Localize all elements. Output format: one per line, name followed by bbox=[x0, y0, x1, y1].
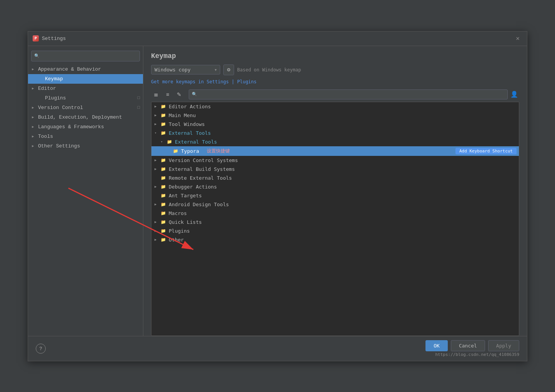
sidebar: 🔍 ▶ Appearance & Behavior Keymap ▶ Edito… bbox=[28, 46, 143, 336]
version-control-badge: □ bbox=[137, 105, 140, 110]
tree-item-quick-lists[interactable]: ▶ 📁 Quick Lists bbox=[151, 218, 519, 227]
cancel-button[interactable]: Cancel bbox=[451, 340, 485, 351]
chevron-right-icon: ▶ bbox=[32, 134, 37, 139]
sidebar-item-label: Version Control bbox=[38, 105, 83, 111]
chevron-right-icon: ▶ bbox=[155, 167, 160, 171]
tree-item-label: Main Menu bbox=[169, 112, 196, 118]
sidebar-item-other-settings[interactable]: ▶ Other Settings bbox=[28, 141, 143, 151]
tree-item-typora[interactable]: 📁 Typora 设置快捷键 Add Keyboard Shortcut bbox=[151, 146, 519, 156]
content-area: 🔍 ▶ Appearance & Behavior Keymap ▶ Edito… bbox=[28, 46, 527, 336]
add-keyboard-shortcut-button[interactable]: Add Keyboard Shortcut bbox=[455, 148, 517, 154]
chevron-right-icon: ▶ bbox=[155, 122, 160, 126]
chevron-right-icon: ▶ bbox=[155, 104, 160, 109]
tree-item-label: External Tools bbox=[169, 130, 211, 136]
tree-item-label: External Build Systems bbox=[169, 166, 235, 172]
edit-shortcut-button[interactable]: ✎ bbox=[174, 89, 184, 99]
sidebar-item-languages[interactable]: ▶ Languages & Frameworks bbox=[28, 122, 143, 132]
tree-item-label: Plugins bbox=[169, 228, 190, 234]
tree-item-tool-windows[interactable]: ▶ 📁 Tool Windows bbox=[151, 120, 519, 129]
sidebar-item-plugins[interactable]: Plugins □ bbox=[28, 93, 143, 103]
tree-item-plugins[interactable]: ▶ 📁 Plugins bbox=[151, 227, 519, 235]
tree-item-main-menu[interactable]: ▶ 📁 Main Menu bbox=[151, 111, 519, 120]
tree-item-version-control-sys[interactable]: ▶ 📁 Version Control Systems bbox=[151, 156, 519, 165]
user-icon: 👤 bbox=[510, 91, 518, 98]
page-title: Keymap bbox=[151, 52, 519, 60]
keymap-select-wrapper[interactable]: Windows copy bbox=[151, 65, 220, 74]
apply-button[interactable]: Apply bbox=[488, 340, 519, 351]
get-more-keymaps-row: Get more keymaps in Settings | Plugins bbox=[151, 79, 519, 85]
folder-icon: 📁 bbox=[160, 202, 167, 207]
tree-search-input[interactable] bbox=[199, 92, 505, 97]
tree-item-label: Ant Targets bbox=[169, 193, 202, 198]
sidebar-item-label: Plugins bbox=[45, 95, 66, 101]
sidebar-item-label: Languages & Frameworks bbox=[38, 124, 104, 130]
collapse-all-icon: ≡ bbox=[166, 91, 169, 98]
sidebar-item-label: Build, Execution, Deployment bbox=[38, 114, 122, 120]
sidebar-item-tools[interactable]: ▶ Tools bbox=[28, 132, 143, 141]
chevron-right-icon: ▶ bbox=[32, 115, 37, 119]
folder-icon: 📁 bbox=[160, 193, 167, 198]
sidebar-item-label: Tools bbox=[38, 134, 53, 139]
folder-icon: 📁 bbox=[160, 237, 167, 242]
ok-button[interactable]: OK bbox=[425, 340, 448, 351]
title-bar: Settings ✕ bbox=[28, 31, 527, 46]
folder-icon: 📁 bbox=[160, 175, 167, 180]
chevron-right-icon: ▶ bbox=[155, 158, 160, 162]
chevron-right-icon: ▶ bbox=[32, 106, 37, 110]
tree-item-editor-actions[interactable]: ▶ 📁 Editor Actions bbox=[151, 102, 519, 111]
chevron-right-icon: ▶ bbox=[155, 202, 160, 207]
keymap-select[interactable]: Windows copy bbox=[151, 65, 220, 74]
bottom-bar: ? OK Cancel Apply https://blog.csdn.net/… bbox=[28, 336, 527, 361]
sidebar-item-appearance[interactable]: ▶ Appearance & Behavior bbox=[28, 65, 143, 74]
sidebar-item-build[interactable]: ▶ Build, Execution, Deployment bbox=[28, 112, 143, 122]
folder-icon: 📁 bbox=[160, 104, 167, 109]
tree-search-box[interactable]: 🔍 bbox=[189, 89, 508, 99]
tree-item-other[interactable]: ▶ 📁 Other bbox=[151, 235, 519, 244]
gear-button[interactable]: ⚙ bbox=[223, 65, 234, 75]
user-shortcut-button[interactable]: 👤 bbox=[509, 89, 519, 99]
sidebar-item-editor[interactable]: ▶ Editor bbox=[28, 84, 143, 93]
main-content: Keymap Windows copy ⚙ Based on Windows k… bbox=[143, 46, 527, 336]
folder-icon: 📁 bbox=[160, 184, 167, 189]
tree-item-debugger-actions[interactable]: ▶ 📁 Debugger Actions bbox=[151, 182, 519, 191]
chevron-right-icon: ▶ bbox=[155, 220, 160, 224]
chevron-down-icon: ▾ bbox=[161, 140, 166, 144]
chevron-down-icon: ▾ bbox=[155, 131, 160, 135]
tree-item-label: Android Design Tools bbox=[169, 202, 229, 207]
tree-item-label: Macros bbox=[169, 210, 187, 216]
tree-item-external-tools-sub[interactable]: ▾ 📁 External Tools bbox=[151, 137, 519, 146]
chevron-right-icon: ▶ bbox=[155, 229, 160, 233]
sidebar-search-box[interactable]: 🔍 bbox=[31, 51, 140, 61]
tree-item-label: External Tools bbox=[175, 139, 217, 145]
tree-item-external-build[interactable]: ▶ 📁 External Build Systems bbox=[151, 165, 519, 174]
keymap-tree: ▶ 📁 Editor Actions ▶ 📁 Main Menu ▶ 📁 Too… bbox=[151, 102, 519, 336]
folder-icon: 📁 bbox=[166, 139, 173, 144]
tree-item-ant-targets[interactable]: 📁 Ant Targets bbox=[151, 191, 519, 200]
sidebar-search-icon: 🔍 bbox=[34, 53, 40, 58]
based-on-label: Based on Windows keymap bbox=[237, 67, 301, 73]
folder-icon: 📁 bbox=[160, 121, 167, 127]
sidebar-item-label: Keymap bbox=[45, 76, 63, 82]
sidebar-item-keymap[interactable]: Keymap bbox=[28, 74, 143, 84]
chevron-right-icon: ▶ bbox=[32, 86, 37, 91]
tree-item-label: Quick Lists bbox=[169, 219, 202, 225]
settings-dialog: Settings ✕ 🔍 ▶ Appearance & Behavior Key… bbox=[28, 31, 527, 361]
bottom-right-container: OK Cancel Apply https://blog.csdn.net/qq… bbox=[425, 340, 519, 357]
tree-item-android-design[interactable]: ▶ 📁 Android Design Tools bbox=[151, 200, 519, 209]
chevron-right-icon: ▶ bbox=[155, 185, 160, 189]
sidebar-item-version-control[interactable]: ▶ Version Control □ bbox=[28, 103, 143, 112]
sidebar-item-label: Editor bbox=[38, 86, 56, 91]
expand-all-button[interactable]: ≣ bbox=[151, 89, 161, 99]
folder-icon: 📁 bbox=[160, 130, 167, 136]
tree-item-external-tools-group[interactable]: ▾ 📁 External Tools bbox=[151, 129, 519, 137]
close-button[interactable]: ✕ bbox=[513, 34, 522, 43]
help-button[interactable]: ? bbox=[36, 344, 46, 354]
collapse-all-button[interactable]: ≡ bbox=[163, 89, 173, 99]
sidebar-search-input[interactable] bbox=[41, 53, 137, 59]
tree-item-label: Debugger Actions bbox=[169, 184, 217, 190]
get-more-keymaps-link[interactable]: Get more keymaps in Settings | Plugins bbox=[151, 79, 257, 84]
tree-item-remote-external[interactable]: 📁 Remote External Tools bbox=[151, 174, 519, 182]
tree-item-macros[interactable]: 📁 Macros bbox=[151, 209, 519, 218]
folder-icon: 📁 bbox=[160, 157, 167, 163]
chevron-right-icon: ▶ bbox=[32, 67, 37, 71]
